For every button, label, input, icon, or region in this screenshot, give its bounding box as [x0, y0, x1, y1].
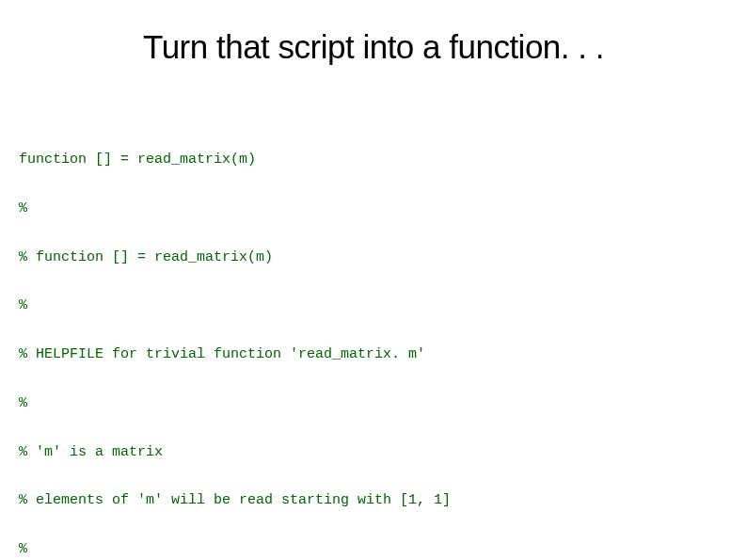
code-line: % — [19, 200, 728, 216]
code-line: % 'm' is a matrix — [19, 444, 728, 460]
code-block: function [] = read_matrix(m) % % functio… — [19, 87, 728, 560]
code-line: % elements of 'm' will be read starting … — [19, 492, 728, 508]
code-line: % function [] = read_matrix(m) — [19, 249, 728, 265]
code-header-block: function [] = read_matrix(m) % % functio… — [19, 120, 728, 561]
code-line: % — [19, 395, 728, 411]
code-line: function [] = read_matrix(m) — [19, 152, 728, 168]
code-line: % — [19, 541, 728, 557]
slide-title: Turn that script into a function. . . — [19, 28, 728, 66]
code-line: % — [19, 297, 728, 313]
slide: Turn that script into a function. . . fu… — [0, 0, 747, 560]
code-line: % HELPFILE for trivial function 'read_ma… — [19, 346, 728, 362]
